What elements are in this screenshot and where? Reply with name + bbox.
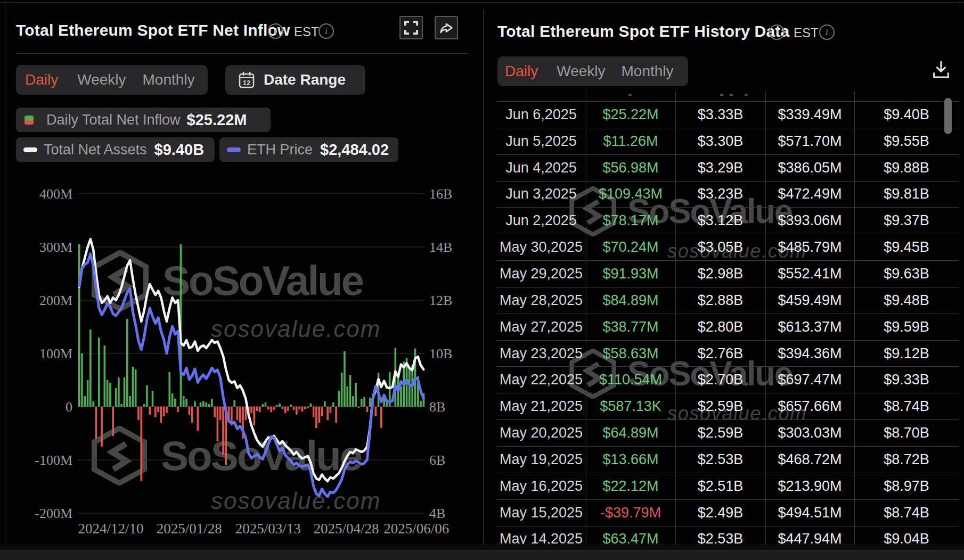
inflow-bar xyxy=(267,407,269,409)
right-panel-title: Total Ethereum Spot ETF History Data xyxy=(497,22,789,40)
cell-daily-net-inflow: $56.98M xyxy=(586,155,675,181)
table-row[interactable]: Jun 3,2025$109.43M$3.23B$472.49M$9.81B xyxy=(496,181,959,208)
y-axis-right-label: 4B xyxy=(429,506,445,521)
inflow-bar xyxy=(124,377,126,407)
inflow-bar xyxy=(87,380,89,407)
tab-weekly[interactable]: Weekly xyxy=(557,63,605,80)
inflow-bar xyxy=(366,407,369,412)
table-row[interactable]: Jun 6,2025$25.22M$3.33B$339.49M$9.40B xyxy=(496,101,959,128)
cell-value-traded: $386.05M xyxy=(765,155,854,181)
cell-cumulative-inflow: $2.70B xyxy=(675,367,765,393)
cell-value-traded: $571.70M xyxy=(765,128,854,154)
cell-net-assets: $9.59B xyxy=(854,314,959,340)
cell-net-assets: $8.74B xyxy=(854,500,959,526)
bottom-bar xyxy=(0,550,964,560)
info-icon[interactable]: i xyxy=(819,24,835,40)
bottom-strip xyxy=(0,544,964,560)
inflow-bar xyxy=(205,402,207,407)
x-axis-label: 2025/03/13 xyxy=(235,521,301,537)
table-row[interactable]: May 22,2025$110.54M$2.70B$697.47M$9.33B xyxy=(496,366,959,393)
cell-cumulative-inflow: $2.51B xyxy=(675,473,765,499)
table-row[interactable]: May 21,2025$587.13K$2.59B$657.66M$8.74B xyxy=(496,393,959,419)
cell-date: May 21,2025 xyxy=(496,393,586,419)
table-row[interactable]: May 20,2025$64.89M$2.59B$303.03M$8.70B xyxy=(496,419,959,446)
x-axis-label: 2025/01/28 xyxy=(157,521,222,537)
cell-daily-net-inflow: $38.77M xyxy=(586,314,675,340)
y-axis-right-label: 10B xyxy=(429,346,452,361)
inflow-bar xyxy=(194,401,196,407)
net-assets-line xyxy=(79,239,424,481)
table-row[interactable]: May 28,2025$84.89M$2.88B$459.49M$9.48B xyxy=(496,287,959,314)
inflow-bar xyxy=(171,393,174,407)
scrollbar-thumb[interactable] xyxy=(944,98,952,134)
cell-daily-net-inflow: $58.63M xyxy=(586,341,675,367)
panel-divider xyxy=(483,10,484,544)
inflow-bar xyxy=(166,407,168,413)
cell-net-assets: $9.12B xyxy=(854,341,959,367)
y-axis-left-label: 400M xyxy=(39,186,72,202)
inflow-bar xyxy=(420,401,422,407)
right-border xyxy=(960,2,960,544)
cell-cumulative-inflow: $2.88B xyxy=(675,287,765,314)
cell-date: Jun 5,2025 xyxy=(496,128,586,154)
inflow-bar xyxy=(107,380,109,407)
inflow-bar xyxy=(321,407,323,416)
table-row[interactable]: May 29,2025$91.93M$2.98B$552.41M$9.63B xyxy=(496,260,959,287)
table-row[interactable]: May 23,2025$58.63M$2.76B$394.36M$9.12B xyxy=(496,340,959,367)
cell-cumulative-inflow: $3.05B xyxy=(675,234,765,260)
cell-cumulative-inflow: $2.59B xyxy=(675,393,765,419)
cell-date: May 27,2025 xyxy=(496,314,586,340)
inflow-bar xyxy=(358,407,360,408)
cell-cumulative-inflow: $2.49B xyxy=(675,500,765,526)
inflow-bar xyxy=(352,396,354,407)
table-row[interactable]: May 19,2025$13.66M$2.53B$468.72M$8.72B xyxy=(496,446,959,473)
info-icon[interactable]: i xyxy=(769,24,785,40)
cell-cumulative-inflow: $3.12B xyxy=(675,208,765,234)
cell-value-traded: $697.47M xyxy=(765,367,854,393)
inflow-bar xyxy=(326,407,329,420)
cell-value-traded: $447.94M xyxy=(765,526,854,545)
inflow-bar xyxy=(355,383,357,407)
cell-date: May 30,2025 xyxy=(496,234,586,260)
cell-value-traded: $468.72M xyxy=(765,447,854,473)
table-row[interactable]: Jun 2,2025$78.17M$3.12B$393.06M$9.37B xyxy=(496,207,959,234)
cell-date: Jun 3,2025 xyxy=(496,182,586,208)
cell-daily-net-inflow: $84.89M xyxy=(586,287,675,314)
eth-price-line xyxy=(79,254,424,497)
tab-daily[interactable]: Daily xyxy=(505,63,538,80)
table-row[interactable]: May 27,2025$38.77M$2.80B$613.37M$9.59B xyxy=(496,314,959,340)
inflow-bar xyxy=(183,396,185,407)
y-axis-left-label: 300M xyxy=(39,240,72,255)
cell-value-traded: $552.41M xyxy=(765,261,854,287)
cell-net-assets: $9.55B xyxy=(854,128,959,154)
inflow-bar xyxy=(118,377,120,407)
table-row[interactable]: Jun 5,2025$11.26M$3.30B$571.70M$9.55B xyxy=(496,128,959,154)
inflow-bar xyxy=(219,407,222,420)
inflow-bar xyxy=(256,407,258,411)
cell-cumulative-inflow: $2.53B xyxy=(675,447,765,473)
inflow-bar xyxy=(200,402,202,407)
net-inflow-chart[interactable]: 400M16B300M14B200M12B100M10B08B-100M6B-2… xyxy=(0,0,483,560)
cell-daily-net-inflow: $78.17M xyxy=(586,208,675,234)
y-axis-left-label: 200M xyxy=(39,293,72,308)
inflow-bar xyxy=(369,398,371,407)
inflow-bar xyxy=(310,403,312,407)
table-row[interactable]: May 14,2025$63.47M$2.53B$447.94M$9.04B xyxy=(496,526,959,545)
table-row[interactable]: May 16,2025$22.12M$2.51B$213.90M$8.97B xyxy=(496,473,959,499)
inflow-bar xyxy=(132,367,134,407)
cell-net-assets: $9.88B xyxy=(854,155,959,181)
inflow-bar xyxy=(330,407,332,413)
table-row[interactable]: May 15,2025-$39.79M$2.49B$494.51M$8.74B xyxy=(496,499,959,526)
cell-value-traded: $394.36M xyxy=(765,341,854,367)
download-icon xyxy=(930,59,952,80)
cell-net-assets: $9.04B xyxy=(854,526,959,545)
cell-net-assets: $9.37B xyxy=(854,208,959,234)
table-row[interactable]: Jun 4,2025$56.98M$3.29B$386.05M$9.88B xyxy=(496,154,959,181)
inflow-bar xyxy=(332,402,334,407)
tab-monthly[interactable]: Monthly xyxy=(622,63,674,80)
cell-value-traded: $485.79M xyxy=(765,234,854,260)
download-button[interactable] xyxy=(928,56,954,83)
table-row[interactable]: May 30,2025$70.24M$3.05B$485.79M$9.45B xyxy=(496,234,959,260)
inflow-bar xyxy=(197,407,199,431)
inflow-bar xyxy=(146,385,148,407)
